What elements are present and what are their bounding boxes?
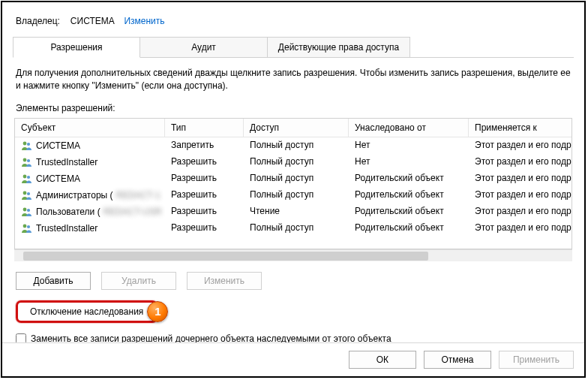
edit-button: Изменить xyxy=(187,272,262,290)
col-access[interactable]: Доступ xyxy=(244,119,349,137)
col-subject[interactable]: Субъект xyxy=(15,119,165,137)
tab-effective-access[interactable]: Действующие права доступа xyxy=(268,37,410,57)
ok-button[interactable]: ОК xyxy=(349,351,416,369)
svg-point-8 xyxy=(23,207,27,211)
owner-value: СИСТЕМА xyxy=(70,16,115,26)
svg-point-0 xyxy=(23,141,27,145)
grid-header: Субъект Тип Доступ Унаследовано от Приме… xyxy=(15,119,572,137)
tab-audit[interactable]: Аудит xyxy=(140,37,268,57)
remove-button: Удалить xyxy=(101,272,176,290)
svg-point-1 xyxy=(27,142,30,145)
svg-point-6 xyxy=(23,191,27,195)
horizontal-scrollbar[interactable] xyxy=(14,249,572,261)
svg-point-9 xyxy=(27,208,30,211)
tab-permissions[interactable]: Разрешения xyxy=(13,37,140,58)
add-button[interactable]: Добавить xyxy=(16,272,91,290)
table-row[interactable]: СИСТЕМАЗапретитьПолный доступНетЭтот раз… xyxy=(15,137,572,154)
table-row[interactable]: TrustedInstallerРазрешитьПолный доступНе… xyxy=(15,154,572,170)
disable-inheritance-highlight: Отключение наследования 1 xyxy=(16,300,158,323)
dialog-button-bar: ОК Отмена Применить xyxy=(2,342,584,376)
owner-row: Владелец: СИСТЕМА Изменить xyxy=(13,2,574,34)
annotation-badge: 1 xyxy=(147,301,168,322)
svg-point-10 xyxy=(23,224,27,228)
table-row[interactable]: СИСТЕМАРазрешитьПолный доступРодительски… xyxy=(15,170,572,187)
svg-point-7 xyxy=(27,192,30,195)
table-row[interactable]: Пользователи (REDACT-USRРазрешитьЧтениеР… xyxy=(15,204,572,220)
apply-button: Применить xyxy=(499,351,574,369)
tab-bar: Разрешения Аудит Действующие права досту… xyxy=(13,37,574,58)
replace-child-row: Заменить все записи разрешений дочернего… xyxy=(13,323,574,344)
svg-point-4 xyxy=(23,174,27,178)
info-text: Для получения дополнительных сведений дв… xyxy=(13,58,574,100)
disable-inheritance-button[interactable]: Отключение наследования xyxy=(16,300,158,323)
owner-label: Владелец: xyxy=(16,16,60,26)
col-type[interactable]: Тип xyxy=(165,119,244,137)
change-owner-link[interactable]: Изменить xyxy=(124,16,164,26)
grid-body: СИСТЕМАЗапретитьПолный доступНетЭтот раз… xyxy=(15,137,572,249)
svg-point-3 xyxy=(27,158,30,161)
security-dialog: Владелец: СИСТЕМА Изменить Разрешения Ау… xyxy=(1,1,586,378)
cancel-button[interactable]: Отмена xyxy=(424,351,491,369)
col-applies[interactable]: Применяется к xyxy=(469,119,572,137)
svg-point-5 xyxy=(27,175,30,178)
table-row[interactable]: TrustedInstallerРазрешитьПолный доступРо… xyxy=(15,220,572,237)
col-inherited[interactable]: Унаследовано от xyxy=(349,119,469,137)
svg-point-2 xyxy=(23,158,27,161)
permissions-grid: Субъект Тип Доступ Унаследовано от Приме… xyxy=(14,118,572,249)
svg-point-11 xyxy=(27,225,30,228)
elements-label: Элементы разрешений: xyxy=(13,100,574,118)
table-row[interactable]: Администраторы (REDACT-1РазрешитьПолный … xyxy=(15,187,572,204)
action-button-row: Добавить Удалить Изменить xyxy=(13,261,574,293)
